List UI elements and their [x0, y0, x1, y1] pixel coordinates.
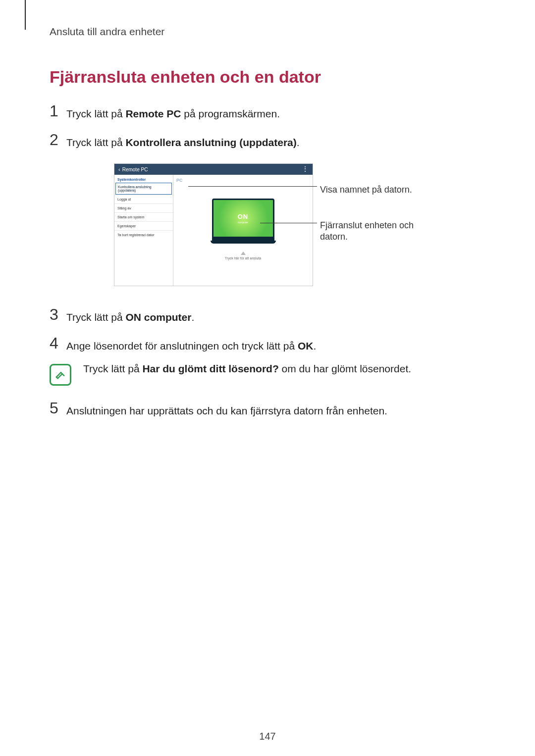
laptop-base	[211, 241, 276, 244]
device-frame: ‹ Remote PC ⋮ Systemkontroller Kontrolle…	[114, 163, 313, 286]
connect-hint[interactable]: Tryck här för att ansluta	[225, 252, 261, 260]
step-text-bold: OK	[298, 340, 314, 352]
step-text: Tryck lätt på Kontrollera anslutning (up…	[66, 131, 300, 151]
step-text-pre: Tryck lätt på	[66, 108, 125, 119]
sidebar-item-unregister[interactable]: Ta bort registrerad dator	[114, 230, 173, 239]
callout-line	[260, 223, 317, 223]
screen-on-text: ON	[238, 213, 249, 220]
device-header: ‹ Remote PC ⋮	[114, 164, 313, 175]
step-number: 3	[50, 306, 66, 323]
step-text-bold: Remote PC	[125, 108, 181, 119]
figure: ‹ Remote PC ⋮ Systemkontroller Kontrolle…	[114, 163, 421, 286]
sidebar-item-restart[interactable]: Starta om system	[114, 212, 173, 221]
pc-name-label[interactable]: PC	[176, 178, 183, 183]
note-bold: Har du glömt ditt lösenord?	[142, 363, 278, 374]
margin-rule	[25, 0, 26, 30]
callout-line	[188, 186, 317, 187]
step-1: 1 Tryck lätt på Remote PC på programskär…	[50, 102, 485, 122]
device-sidebar: Systemkontroller Kontrollera anslutning …	[114, 175, 173, 286]
screen-sub-text: computer	[238, 221, 249, 224]
laptop-screen: ON computer	[212, 199, 274, 241]
step-4: 4 Ange lösenordet för anslutningen och t…	[50, 335, 485, 354]
sidebar-item-check-connection[interactable]: Kontrollera anslutning (uppdatera)	[115, 183, 172, 195]
step-text: Anslutningen har upprättats och du kan f…	[66, 400, 387, 419]
step-3: 3 Tryck lätt på ON computer.	[50, 306, 485, 326]
step-text-post: på programskärmen.	[181, 108, 280, 119]
sidebar-item-shutdown[interactable]: Stäng av	[114, 203, 173, 212]
note-icon	[50, 364, 71, 386]
sidebar-item-logout[interactable]: Logga ut	[114, 195, 173, 203]
chevron-left-icon: ‹	[118, 166, 120, 172]
page-heading: Fjärransluta enheten och en dator	[50, 67, 485, 87]
arrow-up-icon	[241, 252, 246, 255]
more-icon[interactable]: ⋮	[302, 168, 309, 171]
step-number: 4	[50, 335, 66, 352]
note-pre: Tryck lätt på	[83, 363, 142, 374]
step-text-bold: Kontrollera anslutning (uppdatera)	[125, 137, 296, 148]
step-text: Tryck lätt på Remote PC på programskärme…	[66, 102, 280, 122]
step-number: 1	[50, 102, 66, 120]
section-label: Ansluta till andra enheter	[50, 26, 485, 38]
device-body: Systemkontroller Kontrollera anslutning …	[114, 175, 313, 286]
connect-hint-text: Tryck här för att ansluta	[225, 256, 261, 260]
laptop-illustration[interactable]: ON computer	[211, 199, 276, 244]
step-text-post: .	[313, 340, 316, 352]
step-text-post: .	[191, 311, 194, 323]
sidebar-item-properties[interactable]: Egenskaper	[114, 221, 173, 230]
callout-remote-connect: Fjärranslut enheten och datorn.	[320, 220, 419, 242]
step-text-bold: ON computer	[125, 311, 191, 323]
sidebar-title: Systemkontroller	[114, 175, 173, 183]
step-text-post: .	[297, 137, 300, 148]
note: Tryck lätt på Har du glömt ditt lösenord…	[50, 363, 485, 386]
device-main-pane: PC ON computer Tryck här för att ansluta	[173, 175, 313, 286]
step-text-pre: Tryck lätt på	[66, 137, 125, 148]
step-5: 5 Anslutningen har upprättats och du kan…	[50, 400, 485, 419]
back-button[interactable]: ‹ Remote PC	[118, 166, 148, 172]
step-number: 2	[50, 131, 66, 149]
step-text-pre: Tryck lätt på	[66, 311, 125, 323]
step-text: Ange lösenordet för anslutningen och try…	[66, 335, 316, 354]
page-number: 147	[0, 731, 535, 742]
note-text: Tryck lätt på Har du glömt ditt lösenord…	[83, 363, 411, 375]
step-text: Tryck lätt på ON computer.	[66, 306, 194, 326]
callout-pc-name: Visa namnet på datorn.	[320, 184, 414, 196]
step-text-pre: Ange lösenordet för anslutningen och try…	[66, 340, 298, 352]
note-post: om du har glömt lösenordet.	[279, 363, 411, 374]
step-2: 2 Tryck lätt på Kontrollera anslutning (…	[50, 131, 485, 151]
step-number: 5	[50, 400, 66, 417]
header-title: Remote PC	[122, 167, 148, 172]
